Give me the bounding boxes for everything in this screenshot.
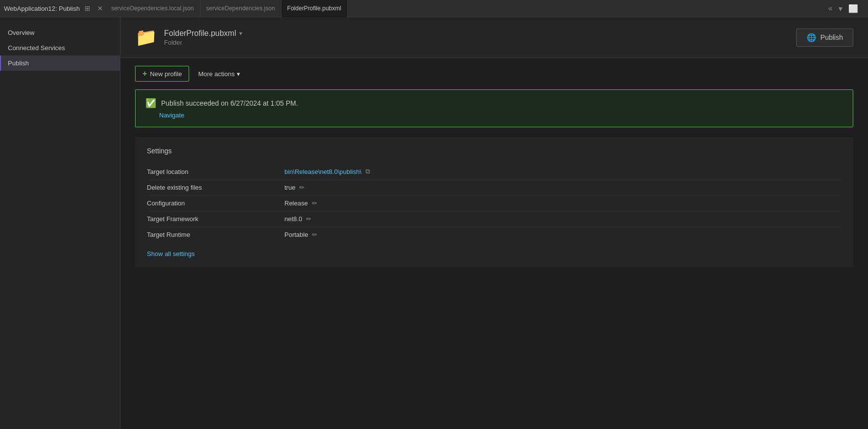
publish-globe-icon: 🌐: [807, 33, 816, 42]
success-message: Publish succeeded on 6/27/2024 at 1:05 P…: [161, 99, 298, 107]
sidebar-item-publish[interactable]: Publish: [0, 56, 120, 71]
window-title: WebApplication12: Publish ⊞ ✕: [4, 3, 105, 13]
content-area: 📁 FolderProfile.pubxml ▾ Folder 🌐 Publis…: [120, 17, 868, 429]
tab-service-dependencies-local[interactable]: serviceDependencies.local.json: [105, 0, 200, 17]
overflow-tabs-button[interactable]: «: [826, 3, 835, 14]
delete-existing-label: Delete existing files: [147, 184, 284, 191]
configuration-edit-icon[interactable]: ✏: [312, 200, 317, 207]
settings-row-configuration: Configuration Release ✏: [147, 196, 841, 211]
copy-icon[interactable]: ⧉: [365, 168, 370, 175]
new-profile-button[interactable]: + New profile: [135, 66, 189, 82]
more-actions-button[interactable]: More actions ▾: [193, 67, 245, 81]
success-row: ✅ Publish succeeded on 6/27/2024 at 1:05…: [145, 98, 843, 109]
title-bar: WebApplication12: Publish ⊞ ✕ serviceDep…: [0, 0, 868, 17]
tab-dropdown-button[interactable]: ▾: [837, 3, 844, 14]
target-runtime-edit-icon[interactable]: ✏: [312, 231, 317, 238]
profile-chevron-icon[interactable]: ▾: [239, 30, 242, 37]
maximize-button[interactable]: ⬜: [846, 3, 860, 14]
folder-icon: 📁: [135, 27, 157, 48]
tab-list: serviceDependencies.local.json serviceDe…: [105, 0, 826, 17]
target-runtime-label: Target Runtime: [147, 231, 284, 238]
target-framework-value: net8.0 ✏: [284, 215, 311, 223]
plus-icon: +: [142, 69, 147, 78]
profile-type: Folder: [164, 39, 242, 46]
configuration-label: Configuration: [147, 200, 284, 207]
delete-existing-edit-icon[interactable]: ✏: [299, 184, 305, 191]
profile-name-block: FolderProfile.pubxml ▾ Folder: [164, 29, 242, 46]
target-framework-edit-icon[interactable]: ✏: [306, 215, 311, 223]
settings-row-target-framework: Target Framework net8.0 ✏: [147, 211, 841, 227]
close-tab-button[interactable]: ✕: [95, 3, 105, 13]
profile-filename: FolderProfile.pubxml: [164, 29, 236, 38]
profile-header: 📁 FolderProfile.pubxml ▾ Folder 🌐 Publis…: [120, 17, 868, 58]
pin-button[interactable]: ⊞: [83, 3, 92, 13]
target-framework-label: Target Framework: [147, 215, 284, 223]
settings-panel: Settings Target location bin\Release\net…: [135, 137, 853, 267]
show-all-settings-link[interactable]: Show all settings: [147, 250, 195, 257]
settings-row-delete-existing: Delete existing files true ✏: [147, 180, 841, 196]
profile-name-row[interactable]: FolderProfile.pubxml ▾: [164, 29, 242, 38]
tab-folder-profile[interactable]: FolderProfile.pubxml: [281, 0, 348, 17]
delete-existing-value: true ✏: [284, 184, 305, 191]
publish-button[interactable]: 🌐 Publish: [796, 29, 853, 47]
target-runtime-value: Portable ✏: [284, 231, 317, 238]
configuration-value: Release ✏: [284, 200, 317, 207]
target-location-value: bin\Release\net8.0\publish\ ⧉: [284, 168, 370, 175]
settings-title: Settings: [147, 147, 841, 155]
navigate-link[interactable]: Navigate: [159, 112, 184, 119]
actions-bar: + New profile More actions ▾: [120, 58, 868, 89]
profile-info: 📁 FolderProfile.pubxml ▾ Folder: [135, 27, 242, 48]
settings-row-target-location: Target location bin\Release\net8.0\publi…: [147, 164, 841, 180]
settings-row-target-runtime: Target Runtime Portable ✏: [147, 227, 841, 242]
tab-actions: « ▾ ⬜: [826, 3, 864, 14]
main-layout: Overview Connected Services Publish 📁 Fo…: [0, 17, 868, 429]
success-banner: ✅ Publish succeeded on 6/27/2024 at 1:05…: [135, 89, 853, 127]
success-checkmark-icon: ✅: [145, 98, 156, 109]
sidebar-item-overview[interactable]: Overview: [0, 25, 120, 40]
tab-service-dependencies[interactable]: serviceDependencies.json: [200, 0, 281, 17]
sidebar: Overview Connected Services Publish: [0, 17, 120, 429]
sidebar-item-connected-services[interactable]: Connected Services: [0, 40, 120, 56]
target-location-label: Target location: [147, 168, 284, 175]
more-actions-chevron-icon: ▾: [237, 70, 240, 78]
